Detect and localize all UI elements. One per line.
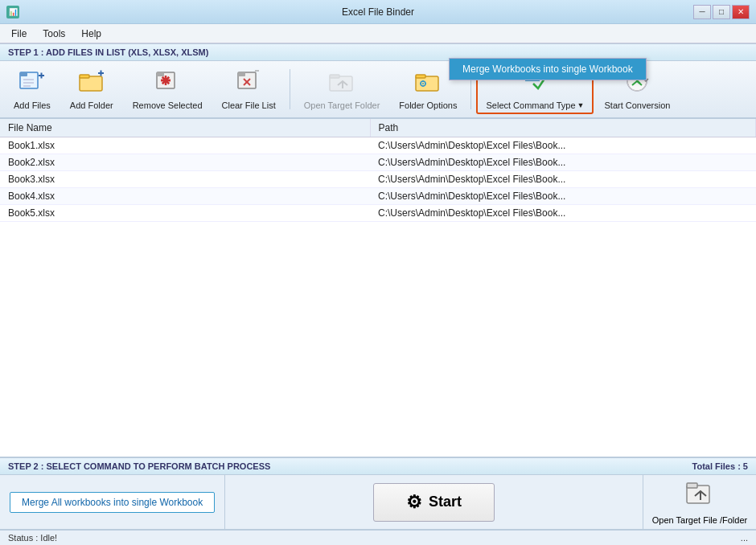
col-header-path: Path <box>370 119 756 137</box>
file-path-cell: C:\Users\Admin\Desktop\Excel Files\Book.… <box>370 171 756 188</box>
clear-file-list-label: Clear File List <box>222 100 276 110</box>
window-controls: ─ □ ✕ <box>693 5 750 19</box>
file-section: File Name Path Book1.xlsxC:\Users\Admin\… <box>0 119 756 457</box>
remove-selected-icon <box>154 69 180 97</box>
separator-1 <box>290 69 290 109</box>
file-path-cell: C:\Users\Admin\Desktop\Excel Files\Book.… <box>370 154 756 171</box>
step2-header: STEP 2 : SELECT COMMAND TO PERFORM BATCH… <box>0 457 756 475</box>
gear-icon: ⚙ <box>406 492 422 513</box>
step2-label: STEP 2 : SELECT COMMAND TO PERFORM BATCH… <box>8 461 270 471</box>
dropdown-arrow-icon: ▼ <box>577 101 585 109</box>
file-name-cell: Book3.xlsx <box>0 171 370 188</box>
main-content: STEP 1 : ADD FILES IN LIST (XLS, XLSX, X… <box>0 43 756 545</box>
file-path-cell: C:\Users\Admin\Desktop\Excel Files\Book.… <box>370 205 756 222</box>
table-row[interactable]: Book3.xlsxC:\Users\Admin\Desktop\Excel F… <box>0 171 756 188</box>
add-files-label: Add Files <box>14 100 51 110</box>
open-target-label: Open Target File /Folder <box>652 515 747 525</box>
table-row[interactable]: Book1.xlsxC:\Users\Admin\Desktop\Excel F… <box>0 137 756 154</box>
svg-rect-1 <box>20 72 27 76</box>
svg-rect-24 <box>330 75 339 78</box>
file-path-cell: C:\Users\Admin\Desktop\Excel Files\Book.… <box>370 137 756 154</box>
status-text: Status : Idle! <box>8 533 57 543</box>
step2-center: ⚙ Start <box>224 475 643 529</box>
add-folder-button[interactable]: Add Folder <box>61 64 122 114</box>
table-row[interactable]: Book2.xlsxC:\Users\Admin\Desktop\Excel F… <box>0 154 756 171</box>
status-bar: Status : Idle! ... <box>0 530 756 545</box>
minimize-button[interactable]: ─ <box>693 5 711 19</box>
svg-rect-19 <box>238 72 245 76</box>
svg-rect-12 <box>157 72 164 76</box>
file-path-cell: C:\Users\Admin\Desktop\Excel Files\Book.… <box>370 188 756 205</box>
menu-tools[interactable]: Tools <box>35 27 73 41</box>
remove-selected-label: Remove Selected <box>133 100 203 110</box>
step1-label: STEP 1 : ADD FILES IN LIST (XLS, XLSX, X… <box>8 47 208 57</box>
file-name-cell: Book1.xlsx <box>0 137 370 154</box>
add-folder-icon <box>79 69 105 97</box>
folder-options-icon <box>415 69 441 97</box>
menu-bar: File Tools Help <box>0 24 756 43</box>
col-header-filename: File Name <box>0 119 370 137</box>
close-button[interactable]: ✕ <box>732 5 750 19</box>
remove-selected-button[interactable]: Remove Selected <box>124 64 212 114</box>
file-name-cell: Book5.xlsx <box>0 205 370 222</box>
file-list-area[interactable]: File Name Path Book1.xlsxC:\Users\Admin\… <box>0 119 756 457</box>
file-table: File Name Path Book1.xlsxC:\Users\Admin\… <box>0 119 756 222</box>
open-target-folder-icon <box>329 69 355 97</box>
svg-rect-41 <box>687 483 697 488</box>
menu-file[interactable]: File <box>3 27 35 41</box>
add-folder-label: Add Folder <box>70 100 113 110</box>
svg-rect-27 <box>416 75 425 78</box>
folder-options-label: Folder Options <box>399 100 457 110</box>
start-button[interactable]: ⚙ Start <box>373 483 495 522</box>
open-target-icon <box>685 479 714 512</box>
step2-bar: Merge All workbooks into single Workbook… <box>0 475 756 530</box>
file-name-cell: Book4.xlsx <box>0 188 370 205</box>
total-files: Total Files : 5 <box>692 461 748 471</box>
status-dots: ... <box>741 533 748 543</box>
app-icon: 📊 <box>6 6 19 18</box>
select-command-type-label: Select Command Type <box>486 100 575 110</box>
merge-all-button[interactable]: Merge All workbooks into single Workbook <box>10 492 215 513</box>
svg-point-29 <box>422 83 424 84</box>
open-target-folder-button[interactable]: Open Target Folder <box>295 64 389 114</box>
open-target-folder-label: Open Target Folder <box>304 100 380 110</box>
step2-left: Merge All workbooks into single Workbook <box>0 475 224 529</box>
table-row[interactable]: Book4.xlsxC:\Users\Admin\Desktop\Excel F… <box>0 188 756 205</box>
maximize-button[interactable]: □ <box>713 5 730 19</box>
window-title: Excel File Binder <box>342 6 414 18</box>
table-row[interactable]: Book5.xlsxC:\Users\Admin\Desktop\Excel F… <box>0 205 756 222</box>
open-target-button[interactable]: Open Target File /Folder <box>643 475 756 529</box>
dropdown-popup: Merge Workbooks into single Workbook <box>449 58 647 80</box>
menu-help[interactable]: Help <box>73 27 109 41</box>
file-name-cell: Book2.xlsx <box>0 154 370 171</box>
start-conversion-label: Start Conversion <box>604 100 670 110</box>
svg-rect-8 <box>80 75 89 78</box>
add-files-icon <box>19 69 45 97</box>
start-label: Start <box>429 494 462 510</box>
add-files-button[interactable]: Add Files <box>5 64 60 114</box>
clear-file-list-button[interactable]: Clear File List <box>213 64 285 114</box>
title-bar: 📊 Excel File Binder ─ □ ✕ <box>0 0 756 24</box>
clear-file-list-icon <box>236 69 261 97</box>
dropdown-item-merge[interactable]: Merge Workbooks into single Workbook <box>450 59 646 80</box>
